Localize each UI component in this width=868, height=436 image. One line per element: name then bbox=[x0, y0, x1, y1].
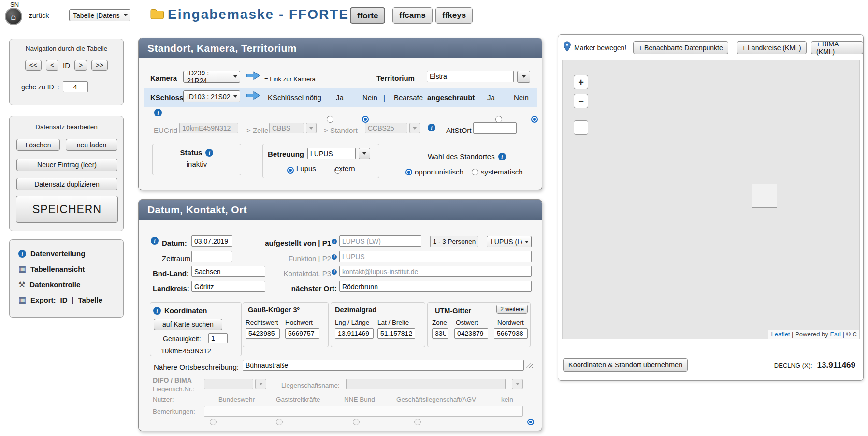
dg-lat-input[interactable] bbox=[377, 328, 415, 339]
bima-kml-button[interactable]: + BIMA (KML) bbox=[811, 41, 863, 54]
duplicate-button[interactable]: Datensatz duplizieren bbox=[16, 178, 117, 190]
personen-button[interactable]: 1 - 3 Personen bbox=[430, 236, 478, 247]
genauigkeit-input[interactable] bbox=[208, 333, 228, 343]
benachbarte-datenpunkte-button[interactable]: + Benachbarte Datenpunkte bbox=[633, 41, 728, 54]
p2-label-wrap: Funktion | P2 bbox=[263, 254, 337, 262]
koordinaten-uebernehmen-button[interactable]: Koordinaten & Standort übernehmen bbox=[563, 358, 688, 372]
zelle-label: -> Zelle bbox=[244, 126, 268, 134]
kamera-select[interactable]: ID239 : 21R24 bbox=[183, 71, 240, 83]
standort-info-icon[interactable] bbox=[428, 124, 435, 131]
liegensch-nr-dropdown-button bbox=[255, 379, 266, 389]
gk-rechtswert-input[interactable] bbox=[246, 328, 280, 339]
utm-more-button[interactable]: 2 weitere bbox=[496, 305, 528, 314]
separator-pipe: | bbox=[383, 93, 385, 102]
reload-button[interactable]: neu laden bbox=[66, 139, 117, 151]
p1-input[interactable] bbox=[339, 235, 421, 247]
wahl-info-icon[interactable] bbox=[498, 153, 506, 160]
last-record-button[interactable]: >> bbox=[91, 60, 108, 71]
standort-panel: Standort, Kamera, Territorium Kamera ID2… bbox=[138, 38, 542, 190]
kschluessel-nein-radio[interactable] bbox=[362, 116, 369, 123]
datum-info-icon[interactable] bbox=[151, 237, 159, 245]
dg-lng-input[interactable] bbox=[335, 328, 374, 339]
leaflet-link[interactable]: Leaflet bbox=[771, 331, 790, 338]
resize-grip-icon[interactable] bbox=[526, 362, 533, 368]
betreuung-group: Betreuung Lupus extern bbox=[262, 144, 379, 178]
betreuung-input[interactable] bbox=[307, 148, 356, 159]
nutzer-agv-label: Geschäftsliegenschaft/AGV bbox=[396, 396, 476, 403]
utm-ost-input[interactable] bbox=[454, 328, 488, 339]
p1-select[interactable]: LUPUS (LW bbox=[487, 236, 532, 247]
p3-info-icon[interactable] bbox=[332, 269, 337, 275]
altstort-input[interactable] bbox=[473, 122, 517, 134]
ortsbeschreibung-input[interactable] bbox=[243, 360, 524, 371]
goto-id-link[interactable]: gehe zu ID bbox=[21, 83, 54, 91]
status-info-icon[interactable] bbox=[205, 149, 213, 157]
next-record-button[interactable]: > bbox=[74, 60, 87, 71]
kschloss-info-icon[interactable] bbox=[154, 109, 162, 116]
delete-button[interactable]: Löschen bbox=[16, 139, 60, 151]
datenverteilung-label: Datenverteilung bbox=[30, 249, 85, 258]
declng-value: 13.911469 bbox=[817, 361, 855, 370]
p3-input[interactable] bbox=[339, 266, 532, 277]
link-arrow-icon[interactable] bbox=[246, 71, 260, 82]
grid-cell-marker[interactable] bbox=[752, 184, 777, 208]
utm-group: UTM-Gitter 2 weitere Zone Ostwert Nordwe… bbox=[427, 302, 531, 347]
record-nav-row: << < ID > >> bbox=[10, 60, 123, 71]
p2-input[interactable] bbox=[339, 251, 532, 262]
zeitraum-input[interactable] bbox=[191, 251, 232, 262]
new-entry-button[interactable]: Neuer Eintrag (leer) bbox=[16, 159, 117, 171]
wahl-systematisch-radio[interactable] bbox=[472, 169, 478, 175]
landkreis-input[interactable] bbox=[191, 281, 265, 292]
bndland-input[interactable] bbox=[191, 266, 265, 277]
datum-input[interactable] bbox=[191, 235, 232, 247]
prev-record-button[interactable]: < bbox=[46, 60, 58, 71]
zoom-in-button[interactable]: + bbox=[574, 75, 588, 89]
tabellenansicht-link[interactable]: Tabellenansicht bbox=[18, 265, 85, 273]
export-id-link[interactable]: ID bbox=[60, 296, 68, 304]
landkreise-kml-button[interactable]: + Landkreise (KML) bbox=[737, 41, 807, 54]
back-label[interactable]: zurück bbox=[29, 12, 49, 19]
karte-suchen-button[interactable]: auf Karte suchen bbox=[154, 319, 222, 330]
esri-link[interactable]: Esri bbox=[830, 331, 840, 338]
wahl-opportunistisch-radio[interactable] bbox=[405, 169, 412, 175]
ort-input[interactable] bbox=[339, 281, 532, 292]
eugrid-label: EUGrid bbox=[154, 126, 177, 134]
zoom-out-button[interactable]: − bbox=[574, 94, 588, 108]
nutzer-kein-radio bbox=[527, 419, 534, 425]
p1-info-icon[interactable] bbox=[332, 239, 337, 244]
betreuung-lupus-radio[interactable] bbox=[287, 167, 294, 174]
koordinaten-group: Koordinaten auf Karte suchen Genauigkeit… bbox=[150, 302, 242, 356]
betreuung-dropdown-button[interactable] bbox=[359, 148, 370, 159]
standort-panel-title: Standort, Kamera, Territorium bbox=[139, 38, 542, 58]
link-arrow-icon[interactable] bbox=[246, 91, 260, 102]
utm-nord-input[interactable] bbox=[494, 328, 528, 339]
bearsafe-ja-radio[interactable] bbox=[495, 116, 502, 123]
home-icon[interactable] bbox=[5, 8, 22, 25]
map-area[interactable]: + − Leaflet | Powered by Esri | © C bbox=[562, 60, 860, 339]
utm-zone-input[interactable] bbox=[432, 328, 448, 339]
kschloss-select[interactable]: ID103 : 21S02 bbox=[183, 90, 240, 102]
tab-ffcams[interactable]: ffcams bbox=[392, 7, 433, 24]
kamera-select-value: ID239 : 21R24 bbox=[187, 69, 231, 85]
territorium-dropdown-button[interactable] bbox=[517, 71, 530, 83]
datenverteilung-link[interactable]: Datenverteilung bbox=[18, 249, 85, 258]
table-select[interactable]: Tabelle [Datens bbox=[69, 9, 130, 21]
grid-code-label: 10kmE459N312 bbox=[161, 347, 211, 355]
map-layers-button[interactable] bbox=[574, 120, 588, 135]
gk-rechtswert-label: Rechtswert bbox=[246, 319, 278, 326]
gk-hochwert-input[interactable] bbox=[285, 328, 319, 339]
first-record-button[interactable]: << bbox=[25, 60, 42, 71]
bearsafe-nein-radio[interactable] bbox=[531, 116, 538, 123]
p2-info-icon[interactable] bbox=[332, 254, 337, 260]
chevron-down-icon bbox=[124, 14, 128, 16]
territorium-input[interactable] bbox=[427, 71, 514, 82]
datum-label: Datum: bbox=[162, 239, 187, 247]
save-button[interactable]: SPEICHERN bbox=[16, 196, 118, 223]
tab-fforte[interactable]: fforte bbox=[350, 7, 385, 24]
koordinaten-info-icon[interactable] bbox=[153, 307, 161, 315]
tab-ffkeys[interactable]: ffkeys bbox=[435, 7, 473, 24]
goto-id-input[interactable] bbox=[63, 81, 88, 92]
export-table-link[interactable]: Tabelle bbox=[78, 296, 102, 304]
datenkontrolle-link[interactable]: Datenkontrolle bbox=[18, 280, 80, 289]
kschluessel-ja-radio[interactable] bbox=[327, 116, 333, 123]
